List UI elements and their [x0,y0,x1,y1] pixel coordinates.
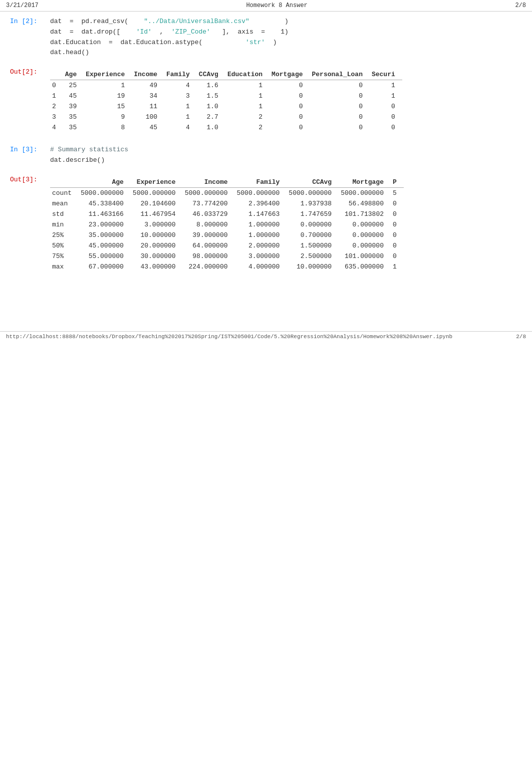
in2-code: dat = pd.read_csv( "../Data/UniversalBan… [50,17,522,58]
out3-col-header: Income [183,177,235,188]
table-cell: 5000.000000 [183,187,235,198]
table-cell: 0 [391,209,404,219]
table-cell: 15 [84,101,132,112]
out3-table: AgeExperienceIncomeFamilyCCAvgMortgageP … [50,177,404,272]
table-cell: 0.000000 [339,219,391,230]
table-row: 75%55.00000030.00000098.0000003.0000002.… [50,251,404,262]
table-cell: 9 [84,112,132,122]
out2-label: Out[2]: [10,67,50,133]
out3-label: Out[3]: [10,175,50,272]
table-cell: 34 [132,91,164,101]
in2-body: dat = pd.read_csv( "../Data/UniversalBan… [50,17,522,58]
table-cell: 11.463166 [79,209,131,219]
table-cell: 1 [370,91,402,101]
table-cell: 1 [50,91,63,101]
table-row: 145193431.51001 [50,91,402,101]
table-cell: 56.498800 [339,198,391,209]
out3-col-header: Family [235,177,287,188]
cell-in3: In [3]: # Summary statistics dat.describ… [10,145,522,166]
table-cell: 45 [132,122,164,133]
in2-label-text: In [2]: [10,18,38,25]
top-page: 2/8 [515,2,526,9]
table-cell: 0 [50,80,63,91]
out3-body: AgeExperienceIncomeFamilyCCAvgMortgageP … [50,175,522,272]
out2-col-header: Mortgage [270,69,310,80]
out3-col-header: Experience [131,177,183,188]
table-cell: 0 [310,91,370,101]
table-cell: 4 [50,122,63,133]
table-cell: 0 [270,122,310,133]
table-cell: 1 [225,91,270,101]
table-cell: 25 [63,80,84,91]
out3-col-header: Mortgage [339,177,391,188]
out2-header-row: AgeExperienceIncomeFamilyCCAvgEducationM… [50,69,402,80]
cell-out3: Out[3]: AgeExperienceIncomeFamilyCCAvgMo… [10,175,522,272]
table-cell: 1 [225,80,270,91]
table-cell: 2.000000 [235,240,287,251]
table-cell: count [50,187,79,198]
table-cell: 35.000000 [79,230,131,240]
footer-bar: http://localhost:8888/notebooks/Dropbox/… [0,331,532,342]
table-row: count5000.0000005000.0000005000.00000050… [50,187,404,198]
top-title: Homework 8 Answer [246,2,307,9]
table-cell: 5000.000000 [131,187,183,198]
table-cell: 1.147663 [235,209,287,219]
out3-col-header: P [391,177,404,188]
table-cell: 8.000000 [183,219,235,230]
table-cell: 1.937938 [287,198,339,209]
table-cell: 0.000000 [339,240,391,251]
out2-label-text: Out[2]: [10,68,38,76]
table-cell: 67.000000 [79,262,131,272]
out2-table: AgeExperienceIncomeFamilyCCAvgEducationM… [50,69,402,133]
table-cell: 3.000000 [131,219,183,230]
table-cell: 2 [50,101,63,112]
table-cell: max [50,262,79,272]
table-row: 43584541.02000 [50,122,402,133]
table-row: 02514941.61001 [50,80,402,91]
table-row: 25%35.00000010.00000039.0000001.0000000.… [50,230,404,240]
cell-out2: Out[2]: AgeExperienceIncomeFamilyCCAvgEd… [10,67,522,133]
out2-body: AgeExperienceIncomeFamilyCCAvgEducationM… [50,67,522,133]
table-cell: 1 [164,112,197,122]
out3-label-text: Out[3]: [10,176,38,183]
table-row: 239151111.01000 [50,101,402,112]
in3-body: # Summary statistics dat.describe() [50,145,522,166]
table-cell: 8 [84,122,132,133]
table-row: max67.00000043.000000224.0000004.0000001… [50,262,404,272]
table-cell: 11.467954 [131,209,183,219]
out3-header-row: AgeExperienceIncomeFamilyCCAvgMortgageP [50,177,404,188]
table-cell: 75% [50,251,79,262]
table-cell: 25% [50,230,79,240]
table-cell: 64.000000 [183,240,235,251]
table-cell: 1.000000 [235,230,287,240]
out3-col-header [50,177,79,188]
table-cell: 224.000000 [183,262,235,272]
table-cell: 3 [164,91,197,101]
table-cell: 0 [391,251,404,262]
table-cell: 101.000000 [339,251,391,262]
table-cell: 23.000000 [79,219,131,230]
table-cell: 5000.000000 [79,187,131,198]
table-cell: 2.7 [197,112,225,122]
table-cell: 49 [132,80,164,91]
table-cell: 45.338400 [79,198,131,209]
table-cell: 0 [370,112,402,122]
table-cell: 0 [391,219,404,230]
table-cell: 1.0 [197,101,225,112]
table-cell: 10.000000 [287,262,339,272]
table-cell: 100 [132,112,164,122]
table-cell: 1 [84,80,132,91]
table-cell: 5000.000000 [235,187,287,198]
table-cell: 0 [270,112,310,122]
table-cell: 101.713802 [339,209,391,219]
table-row: min23.0000003.0000008.0000001.0000000.00… [50,219,404,230]
table-cell: 1 [391,262,404,272]
table-cell: 1 [370,80,402,91]
table-cell: 0 [391,230,404,240]
table-cell: 2.396400 [235,198,287,209]
table-row: 50%45.00000020.00000064.0000002.0000001.… [50,240,404,251]
table-cell: 0 [310,80,370,91]
table-cell: 20.000000 [131,240,183,251]
out3-col-header: CCAvg [287,177,339,188]
out2-col-header: Experience [84,69,132,80]
